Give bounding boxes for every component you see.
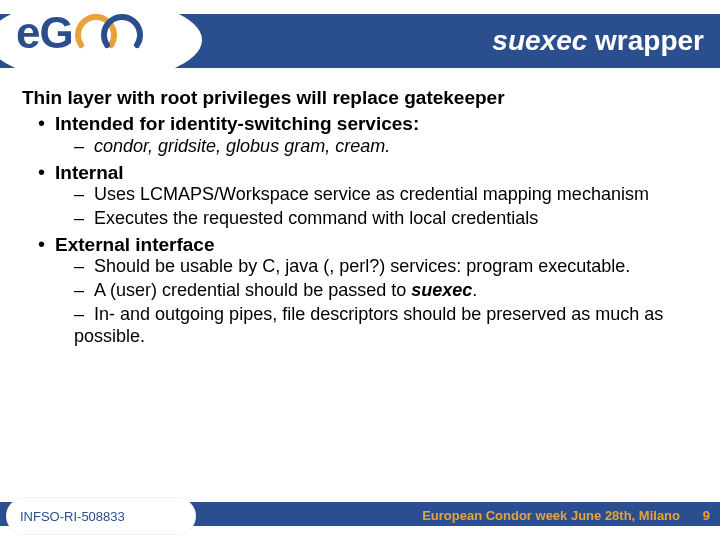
title-italic: suexec bbox=[492, 25, 587, 56]
sub-external-pipes: In- and outgoing pipes, file descriptors… bbox=[74, 304, 702, 348]
bullet-external-label: External interface bbox=[55, 234, 214, 255]
bullet-internal: Internal Uses LCMAPS/Workspace service a… bbox=[38, 160, 702, 230]
sub-list-external: Should be usable by C, java (, perl?) se… bbox=[38, 256, 702, 348]
sub-external-cred-em: suexec bbox=[411, 280, 472, 300]
sub-external-credential: A (user) credential should be passed to … bbox=[74, 280, 702, 302]
sub-intended-examples: condor, gridsite, globus gram, cream. bbox=[74, 136, 702, 158]
slide-title: suexec wrapper bbox=[492, 25, 704, 57]
egee-logo: e G bbox=[16, 8, 147, 58]
logo-letter-e: e bbox=[16, 8, 39, 58]
bullet-list-1: Intended for identity-switching services… bbox=[22, 111, 702, 348]
bullet-intended: Intended for identity-switching services… bbox=[38, 111, 702, 157]
sub-external-cred-post: . bbox=[472, 280, 477, 300]
sub-list-intended: condor, gridsite, globus gram, cream. bbox=[38, 136, 702, 158]
bullet-intended-label: Intended for identity-switching services… bbox=[55, 113, 419, 134]
bullet-internal-label: Internal bbox=[55, 162, 124, 183]
footer-right-text: European Condor week June 28th, Milano bbox=[422, 508, 680, 523]
sub-internal-lcmaps: Uses LCMAPS/Workspace service as credent… bbox=[74, 184, 702, 206]
footer-left-text: INFSO-RI-508833 bbox=[20, 509, 125, 524]
logo-arcs-icon bbox=[75, 9, 147, 57]
bullet-external: External interface Should be usable by C… bbox=[38, 232, 702, 348]
sub-external-usable: Should be usable by C, java (, perl?) se… bbox=[74, 256, 702, 278]
slide: suexec wrapper e G Thin layer with root … bbox=[0, 0, 720, 540]
page-number: 9 bbox=[703, 508, 710, 523]
sub-external-cred-pre: A (user) credential should be passed to bbox=[94, 280, 411, 300]
logo-wrap: e G bbox=[6, 0, 186, 80]
logo-letter-g: G bbox=[39, 8, 72, 58]
footer-pill: INFSO-RI-508833 bbox=[6, 498, 196, 534]
sub-internal-executes: Executes the requested command with loca… bbox=[74, 208, 702, 230]
sub-list-internal: Uses LCMAPS/Workspace service as credent… bbox=[38, 184, 702, 230]
content-area: Thin layer with root privileges will rep… bbox=[22, 86, 702, 350]
title-rest: wrapper bbox=[587, 25, 704, 56]
lead-line: Thin layer with root privileges will rep… bbox=[22, 86, 702, 109]
